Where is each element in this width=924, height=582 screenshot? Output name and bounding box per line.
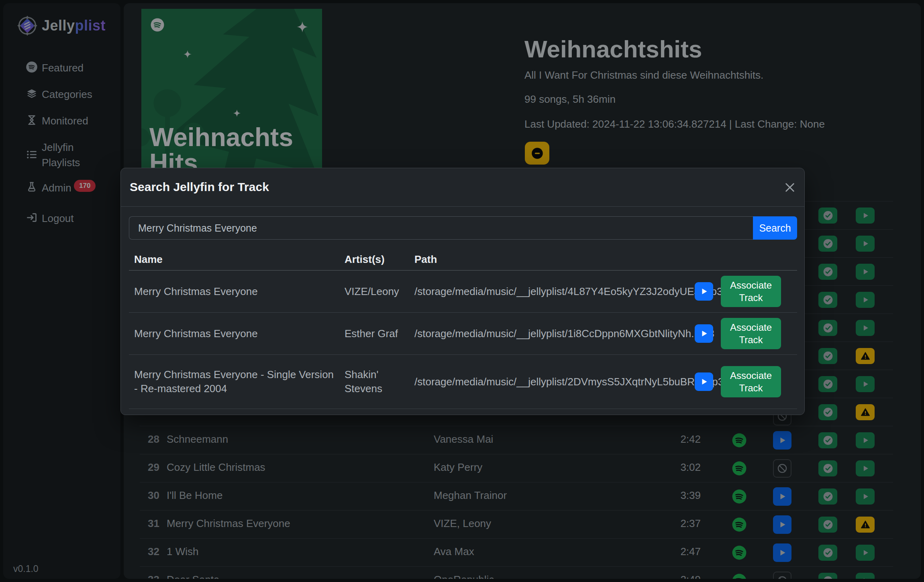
- search-input[interactable]: [129, 216, 753, 240]
- result-name: Merry Christmas Everyone: [134, 327, 335, 341]
- column-header-artists: Artist(s): [345, 253, 385, 266]
- search-results-table: Name Artist(s) Path Merry Christmas Ever…: [129, 249, 797, 409]
- play-icon: [699, 377, 709, 387]
- column-header-path: Path: [414, 253, 437, 266]
- search-button[interactable]: Search: [753, 216, 797, 240]
- table-header: Name Artist(s) Path: [129, 249, 797, 271]
- search-result-row: Merry Christmas Everyone VIZE/Leony /sto…: [129, 271, 797, 313]
- associate-track-button[interactable]: Associate Track: [721, 318, 781, 349]
- column-header-name: Name: [134, 253, 163, 266]
- search-result-row: Merry Christmas Everyone Esther Graf /st…: [129, 313, 797, 355]
- result-path: /storage/media/music/__jellyplist/2DVmys…: [414, 375, 691, 389]
- associate-track-button[interactable]: Associate Track: [721, 276, 781, 307]
- play-icon: [699, 329, 709, 338]
- result-artists: Esther Graf: [345, 327, 405, 341]
- result-artists: Shakin' Stevens: [345, 368, 405, 396]
- modal-header: Search Jellyfin for Track: [121, 168, 804, 207]
- result-name: Merry Christmas Everyone - Single Versio…: [134, 368, 335, 396]
- play-icon: [699, 287, 709, 296]
- associate-track-button[interactable]: Associate Track: [721, 366, 781, 397]
- result-path: /storage/media/music/__jellyplist/1i8CcD…: [414, 327, 691, 341]
- preview-play-button[interactable]: [695, 372, 713, 391]
- search-result-row: Merry Christmas Everyone - Single Versio…: [129, 355, 797, 409]
- preview-play-button[interactable]: [695, 282, 713, 301]
- close-icon[interactable]: [784, 182, 795, 193]
- result-artists: VIZE/Leony: [345, 285, 405, 299]
- result-path: /storage/media/music/__jellyplist/4L87Y4…: [414, 285, 691, 299]
- preview-play-button[interactable]: [695, 324, 713, 343]
- modal-title: Search Jellyfin for Track: [130, 180, 269, 194]
- search-jellyfin-modal: Search Jellyfin for Track Search Name Ar…: [120, 168, 805, 415]
- result-name: Merry Christmas Everyone: [134, 285, 335, 299]
- search-group: Search: [129, 216, 797, 240]
